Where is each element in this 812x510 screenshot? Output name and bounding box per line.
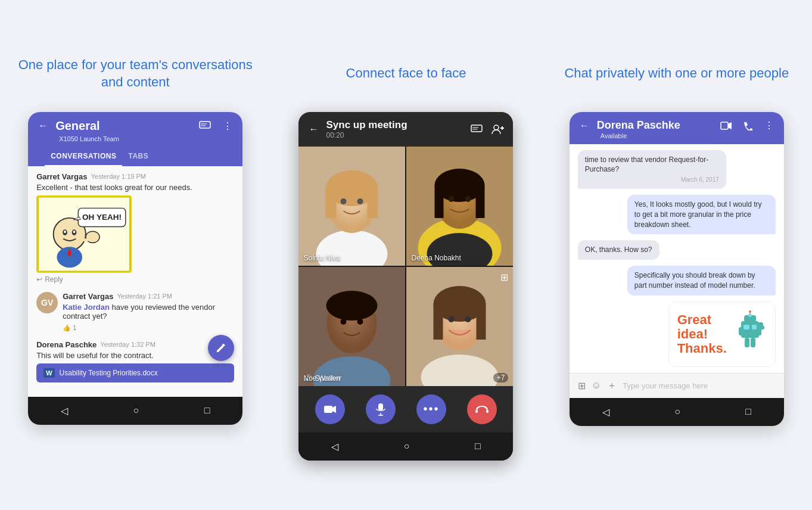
- svg-point-13: [73, 230, 76, 233]
- svg-point-47: [357, 319, 363, 325]
- chat3-more-icon[interactable]: ⋮: [763, 119, 776, 132]
- column-2: Connect face to face ← Sync up meeting 0…: [282, 50, 529, 461]
- plus-badge: +7: [493, 373, 509, 382]
- plus-icon[interactable]: ＋: [607, 380, 617, 392]
- phone-call-icon[interactable]: [741, 119, 754, 132]
- message-input[interactable]: Type your message here: [623, 381, 776, 390]
- msg2-time: Yesterday 1:21 PM: [117, 293, 172, 300]
- nav3-back-icon[interactable]: ◁: [602, 406, 609, 418]
- chat-recipient-name: Dorena Paschke: [597, 119, 720, 132]
- svg-rect-67: [752, 325, 757, 329]
- reply-link[interactable]: ↩ Reply: [36, 275, 234, 284]
- add-people-icon[interactable]: [491, 123, 505, 136]
- video-cell-2: Deeba Nobakht: [406, 147, 513, 266]
- svg-rect-68: [739, 327, 742, 335]
- more-options-button[interactable]: •••: [416, 394, 446, 424]
- nav2-recent-icon[interactable]: □: [475, 441, 481, 452]
- svg-text:OH YEAH!: OH YEAH!: [82, 212, 122, 221]
- msg1-text: Excellent - that test looks great for ou…: [36, 183, 234, 192]
- chat-sticker-container: Greatidea!Thanks.: [578, 301, 776, 367]
- call-back-icon[interactable]: ←: [307, 123, 320, 136]
- avatar-garret: GV: [36, 292, 58, 313]
- nav-home-icon[interactable]: ○: [133, 405, 139, 416]
- chat-icon[interactable]: [198, 119, 211, 132]
- nav3-home-icon[interactable]: ○: [674, 406, 680, 417]
- nav2-back-icon[interactable]: ◁: [331, 441, 338, 452]
- screen-share-icon: ⊞: [500, 272, 508, 283]
- doc-name: Usability Testing Priorities.docx: [60, 369, 158, 377]
- svg-rect-56: [324, 406, 332, 413]
- column-3: Chat privately with one or more people ←…: [553, 50, 800, 426]
- col2-title: Connect face to face: [346, 50, 466, 98]
- participant-label-1: Sointu Niva: [303, 254, 340, 262]
- svg-point-75: [749, 310, 751, 313]
- svg-rect-65: [741, 321, 759, 338]
- svg-rect-39: [476, 185, 485, 218]
- call-header: ← Sync up meeting 00:20: [298, 112, 513, 147]
- back-arrow-icon[interactable]: ←: [36, 119, 49, 132]
- sticker-robot-icon: [734, 310, 767, 358]
- svg-point-32: [357, 198, 363, 204]
- svg-rect-38: [435, 185, 444, 218]
- more-icon[interactable]: ⋮: [221, 119, 234, 132]
- phone-channel: ← General ⋮ X1050 Launch Team: [28, 112, 242, 425]
- chat-input-bar: ⊞ ☺ ＋ Type your message here: [570, 373, 784, 398]
- call-duration: 00:20: [326, 131, 470, 139]
- channel-body-wrapper: Garret Vargas Yesterday 1:19 PM Excellen…: [28, 166, 242, 397]
- chat-msg-3: OK, thanks. How so?: [578, 240, 776, 260]
- msg-date: March 6, 2017: [585, 176, 719, 184]
- channel-subtitle: X1050 Launch Team: [59, 135, 234, 142]
- recipient-status: Available: [601, 132, 776, 139]
- nav-recent-icon[interactable]: □: [204, 405, 210, 416]
- phone-private-chat: ← Dorena Paschke: [570, 112, 784, 426]
- video-cell-3: 🔊Speaker Noe Wallen: [298, 267, 405, 386]
- chat-msg-4: Specifically you should break down by pa…: [578, 266, 776, 296]
- svg-marker-57: [332, 406, 336, 413]
- sticker-text: Greatidea!Thanks.: [677, 313, 727, 356]
- svg-rect-62: [486, 410, 489, 413]
- svg-rect-70: [745, 338, 749, 347]
- svg-rect-30: [368, 188, 378, 218]
- emoji-icon[interactable]: ☺: [592, 380, 601, 391]
- chat3-back-icon[interactable]: ←: [578, 119, 591, 132]
- channel-title: General: [55, 119, 198, 133]
- msg2-mention: Katie Jordan: [63, 303, 110, 312]
- phone-video-call: ← Sync up meeting 00:20: [298, 112, 513, 461]
- chat-msg-1: time to review that vendor Request-for-P…: [578, 150, 776, 189]
- compose-button[interactable]: [208, 335, 234, 361]
- camera-button[interactable]: [315, 394, 345, 424]
- svg-point-40: [449, 196, 455, 202]
- video-cell-4: ⊞ +7: [406, 267, 513, 386]
- col3-title: Chat privately with one or more people: [564, 50, 789, 98]
- nav-back-icon[interactable]: ◁: [61, 405, 68, 416]
- msg1-author: Garret Vargas: [36, 172, 87, 181]
- phone1-nav: ◁ ○ □: [28, 397, 242, 425]
- tab-tabs[interactable]: TABS: [122, 147, 154, 166]
- col1-title: One place for your team's conversations …: [12, 50, 259, 98]
- nav2-home-icon[interactable]: ○: [404, 441, 410, 452]
- video-call-icon[interactable]: [720, 119, 733, 132]
- message-group-2: GV Garret Vargas Yesterday 1:21 PM Katie…: [36, 292, 234, 332]
- tab-conversations[interactable]: CONVERSATIONS: [45, 147, 122, 166]
- phone2-nav: ◁ ○ □: [298, 433, 513, 461]
- call-chat-icon[interactable]: [470, 123, 483, 136]
- nav3-recent-icon[interactable]: □: [745, 406, 751, 417]
- svg-rect-61: [475, 410, 478, 413]
- private-chat-header: ← Dorena Paschke: [570, 112, 784, 144]
- call-controls: •••: [298, 386, 513, 433]
- column-1: One place for your team's conversations …: [12, 50, 259, 425]
- svg-rect-52: [434, 304, 443, 340]
- svg-rect-0: [200, 122, 210, 128]
- msg3-author: Dorena Paschke: [36, 340, 97, 349]
- svg-point-41: [465, 196, 471, 202]
- chat-msg-2: Yes, It looks mostly good, but I would t…: [578, 195, 776, 234]
- doc-attachment[interactable]: W Usability Testing Priorities.docx: [36, 363, 234, 382]
- svg-rect-19: [471, 125, 482, 132]
- meme-image: OH YEAH!: [36, 195, 132, 273]
- svg-point-73: [748, 313, 752, 317]
- mic-button[interactable]: [366, 394, 396, 424]
- hangup-button[interactable]: [467, 394, 497, 424]
- svg-point-45: [326, 291, 378, 321]
- image-icon[interactable]: ⊞: [578, 380, 586, 391]
- participant-label-2: Deeba Nobakht: [411, 254, 461, 262]
